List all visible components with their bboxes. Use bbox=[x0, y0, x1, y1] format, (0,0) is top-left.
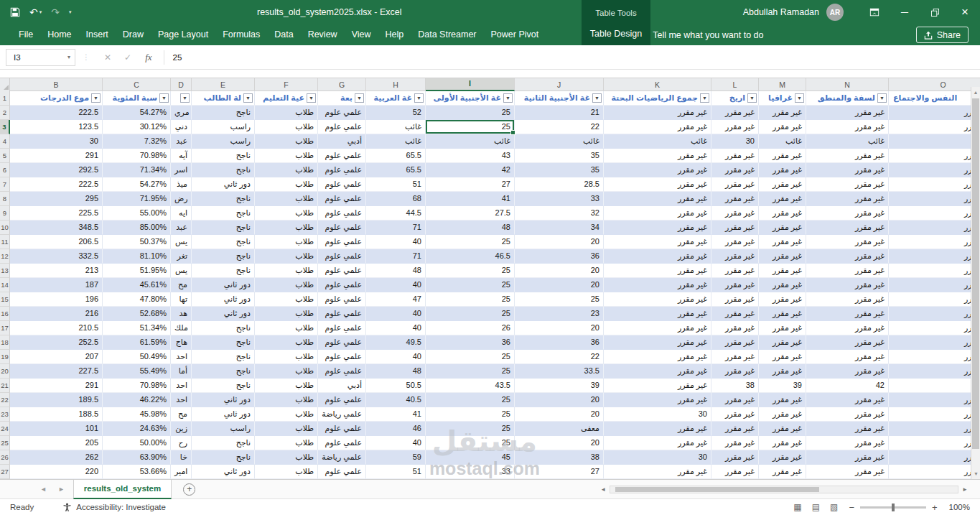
chevron-down-icon[interactable]: ▾ bbox=[67, 54, 75, 60]
cell-C7[interactable]: 54.27% bbox=[103, 177, 171, 192]
cell-N3[interactable]: غير مقرر bbox=[806, 120, 889, 134]
cell-B5[interactable]: 291 bbox=[10, 149, 103, 163]
cell-N6[interactable]: غير مقرر bbox=[806, 163, 889, 177]
cell-D14[interactable]: مح bbox=[171, 278, 192, 292]
row-header-1[interactable]: 1 bbox=[0, 91, 10, 106]
sheet-tab-active[interactable]: results_old_system bbox=[73, 480, 172, 499]
cell-I11[interactable]: 25 bbox=[426, 235, 515, 249]
header-cell-C[interactable]: سبة المئوية▼ bbox=[103, 91, 171, 106]
cell-K11[interactable]: غير مقرر bbox=[604, 235, 711, 249]
cell-I25[interactable]: 25 bbox=[426, 436, 515, 450]
cell-H2[interactable]: 52 bbox=[366, 106, 426, 120]
cell-E15[interactable]: دور ثاني bbox=[192, 292, 255, 307]
cell-G22[interactable]: علمي علوم bbox=[318, 393, 366, 407]
cell-H21[interactable]: 50.5 bbox=[366, 379, 426, 393]
cell-J24[interactable]: معفى bbox=[515, 422, 604, 436]
cell-B7[interactable]: 222.5 bbox=[10, 177, 103, 192]
cell-L2[interactable]: غير مقرر bbox=[711, 106, 759, 120]
cell-O23[interactable]: غير مقرر bbox=[889, 407, 980, 422]
cell-B4[interactable]: 30 bbox=[10, 134, 103, 149]
cell-L5[interactable]: غير مقرر bbox=[711, 149, 759, 163]
cell-M12[interactable]: غير مقرر bbox=[759, 249, 806, 264]
cell-O12[interactable]: غير مقرر bbox=[889, 249, 980, 264]
cell-J21[interactable]: 39 bbox=[515, 379, 604, 393]
cell-O15[interactable]: غير مقرر bbox=[889, 292, 980, 307]
column-header-I[interactable]: I bbox=[426, 78, 515, 91]
cell-I10[interactable]: 48 bbox=[426, 221, 515, 235]
cell-F6[interactable]: طلاب bbox=[255, 163, 318, 177]
cell-H25[interactable]: 40 bbox=[366, 436, 426, 450]
cell-K13[interactable]: غير مقرر bbox=[604, 264, 711, 278]
cell-K18[interactable]: غير مقرر bbox=[604, 335, 711, 350]
cell-B16[interactable]: 216 bbox=[10, 307, 103, 321]
cell-F20[interactable]: طلاب bbox=[255, 364, 318, 379]
cell-L27[interactable]: غير مقرر bbox=[711, 465, 759, 479]
cell-D27[interactable]: امير bbox=[171, 465, 192, 479]
cell-F8[interactable]: طلاب bbox=[255, 192, 318, 206]
cell-L7[interactable]: غير مقرر bbox=[711, 177, 759, 192]
cell-D17[interactable]: ملك bbox=[171, 321, 192, 335]
cell-M17[interactable]: غير مقرر bbox=[759, 321, 806, 335]
cell-C10[interactable]: 85.00% bbox=[103, 221, 171, 235]
cell-F19[interactable]: طلاب bbox=[255, 350, 318, 364]
row-header-16[interactable]: 16 bbox=[0, 307, 10, 321]
cell-F15[interactable]: طلاب bbox=[255, 292, 318, 307]
cell-I15[interactable]: 25 bbox=[426, 292, 515, 307]
cell-J8[interactable]: 33 bbox=[515, 192, 604, 206]
cell-N20[interactable]: غير مقرر bbox=[806, 364, 889, 379]
cell-F27[interactable]: طلاب bbox=[255, 465, 318, 479]
cell-I20[interactable]: 25 bbox=[426, 364, 515, 379]
cell-G19[interactable]: علمي علوم bbox=[318, 350, 366, 364]
cell-J27[interactable]: 27 bbox=[515, 465, 604, 479]
cell-N26[interactable]: غير مقرر bbox=[806, 450, 889, 465]
cell-J22[interactable]: 20 bbox=[515, 393, 604, 407]
name-box-splitter[interactable]: ⋮ bbox=[83, 53, 90, 61]
cell-C14[interactable]: 45.61% bbox=[103, 278, 171, 292]
header-cell-B[interactable]: موع الدرجات▼ bbox=[10, 91, 103, 106]
cell-D10[interactable]: عبد bbox=[171, 221, 192, 235]
cell-H5[interactable]: 65.5 bbox=[366, 149, 426, 163]
cell-J23[interactable]: 20 bbox=[515, 407, 604, 422]
scroll-right-icon[interactable]: ► bbox=[958, 486, 971, 493]
ribbon-tab-page-layout[interactable]: Page Layout bbox=[151, 24, 215, 45]
cell-D11[interactable]: يس bbox=[171, 235, 192, 249]
cell-K8[interactable]: غير مقرر bbox=[604, 192, 711, 206]
cell-K9[interactable]: غير مقرر bbox=[604, 206, 711, 221]
cell-M8[interactable]: غير مقرر bbox=[759, 192, 806, 206]
cell-F7[interactable]: طلاب bbox=[255, 177, 318, 192]
cell-D18[interactable]: هاج bbox=[171, 335, 192, 350]
column-header-O[interactable]: O bbox=[889, 78, 980, 91]
cell-C25[interactable]: 50.00% bbox=[103, 436, 171, 450]
cell-L8[interactable]: غير مقرر bbox=[711, 192, 759, 206]
cell-M24[interactable]: غير مقرر bbox=[759, 422, 806, 436]
header-cell-O[interactable]: النفس والاجتماع▼ bbox=[889, 91, 980, 106]
cell-D7[interactable]: ميذ bbox=[171, 177, 192, 192]
filter-button-D[interactable]: ▼ bbox=[180, 93, 190, 103]
cell-K12[interactable]: غير مقرر bbox=[604, 249, 711, 264]
cell-C22[interactable]: 46.22% bbox=[103, 393, 171, 407]
cell-M23[interactable]: غير مقرر bbox=[759, 407, 806, 422]
cell-O24[interactable]: غير مقرر bbox=[889, 422, 980, 436]
cell-O7[interactable]: غير مقرر bbox=[889, 177, 980, 192]
cell-K24[interactable]: غير مقرر bbox=[604, 422, 711, 436]
row-header-12[interactable]: 12 bbox=[0, 249, 10, 264]
cell-G18[interactable]: علمي علوم bbox=[318, 335, 366, 350]
cell-M25[interactable]: غير مقرر bbox=[759, 436, 806, 450]
cell-I7[interactable]: 27 bbox=[426, 177, 515, 192]
cell-F5[interactable]: طلاب bbox=[255, 149, 318, 163]
cell-D16[interactable]: هد bbox=[171, 307, 192, 321]
cell-F26[interactable]: طلاب bbox=[255, 450, 318, 465]
cell-L3[interactable]: غير مقرر bbox=[711, 120, 759, 134]
cell-K6[interactable]: غير مقرر bbox=[604, 163, 711, 177]
save-button[interactable] bbox=[10, 7, 20, 17]
header-cell-E[interactable]: لة الطالب▼ bbox=[192, 91, 255, 106]
cell-G5[interactable]: علمي علوم bbox=[318, 149, 366, 163]
cell-O8[interactable]: غير مقرر bbox=[889, 192, 980, 206]
cell-I22[interactable]: 25 bbox=[426, 393, 515, 407]
filter-button-C[interactable]: ▼ bbox=[159, 93, 169, 103]
cell-L23[interactable]: غير مقرر bbox=[711, 407, 759, 422]
cell-J9[interactable]: 32 bbox=[515, 206, 604, 221]
cell-L6[interactable]: غير مقرر bbox=[711, 163, 759, 177]
redo-button[interactable]: ↷ bbox=[51, 7, 60, 17]
cell-L12[interactable]: غير مقرر bbox=[711, 249, 759, 264]
